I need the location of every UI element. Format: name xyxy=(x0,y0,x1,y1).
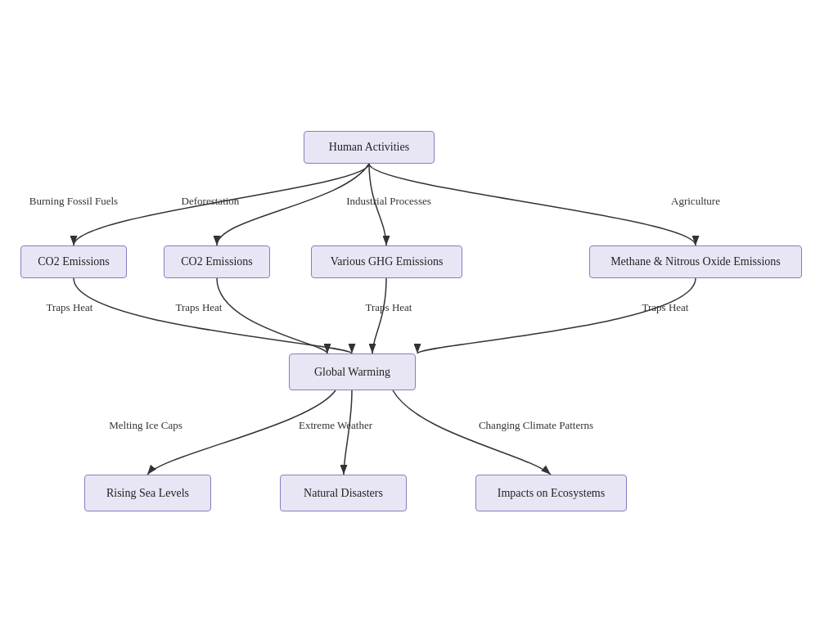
node-co2-emissions-1: CO2 Emissions xyxy=(20,245,127,278)
node-natural-disasters: Natural Disasters xyxy=(280,475,407,511)
edge-label-melting: Melting Ice Caps xyxy=(88,419,203,432)
edge-label-traps1: Traps Heat xyxy=(33,301,106,314)
edge-label-traps3: Traps Heat xyxy=(352,301,426,314)
node-co2-emissions-2: CO2 Emissions xyxy=(164,245,270,278)
node-methane: Methane & Nitrous Oxide Emissions xyxy=(589,245,802,278)
diagram-container: Human Activities CO2 Emissions CO2 Emiss… xyxy=(0,0,838,644)
label-co2-2: CO2 Emissions xyxy=(181,255,253,268)
label-global-warming: Global Warming xyxy=(314,366,390,379)
edge-label-deforestation: Deforestation xyxy=(161,195,259,208)
label-rising-sea: Rising Sea Levels xyxy=(106,487,189,500)
node-impacts-ecosystems: Impacts on Ecosystems xyxy=(475,475,627,511)
edge-label-traps2: Traps Heat xyxy=(162,301,236,314)
edge-label-traps4: Traps Heat xyxy=(628,301,702,314)
label-ghg: Various GHG Emissions xyxy=(331,255,444,268)
node-rising-sea: Rising Sea Levels xyxy=(84,475,211,511)
label-natural-disasters: Natural Disasters xyxy=(304,487,383,500)
label-methane: Methane & Nitrous Oxide Emissions xyxy=(610,255,781,268)
edge-label-agriculture: Agriculture xyxy=(655,195,737,208)
node-human-activities: Human Activities xyxy=(304,131,435,164)
arrows-svg xyxy=(0,0,838,644)
label-impacts-ecosystems: Impacts on Ecosystems xyxy=(498,487,605,500)
node-various-ghg: Various GHG Emissions xyxy=(311,245,462,278)
edge-label-changing: Changing Climate Patterns xyxy=(454,419,618,432)
node-global-warming: Global Warming xyxy=(289,354,416,390)
edge-label-extreme: Extreme Weather xyxy=(278,419,393,432)
label-co2-1: CO2 Emissions xyxy=(38,255,110,268)
label-human-activities: Human Activities xyxy=(329,141,409,154)
edge-label-burning: Burning Fossil Fuels xyxy=(16,195,131,208)
edge-label-industrial: Industrial Processes xyxy=(327,195,450,208)
